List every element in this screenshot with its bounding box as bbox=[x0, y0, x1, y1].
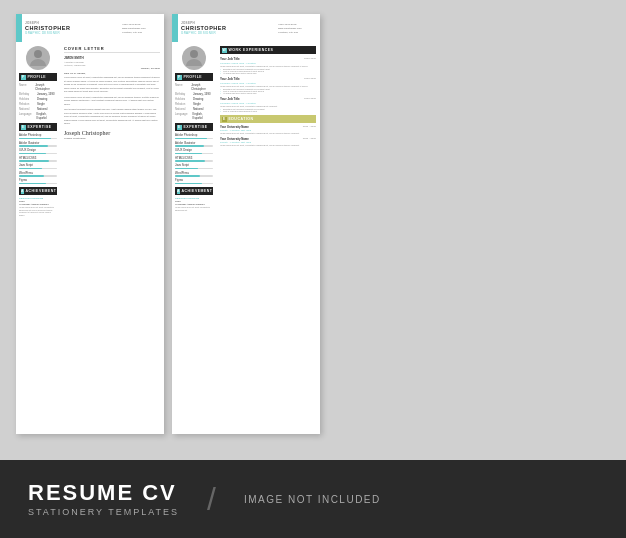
card2-expertise-bar: E EXPERTISE bbox=[175, 123, 213, 131]
profile-bar-letter: P bbox=[21, 75, 26, 80]
edu-item-2: Your University Name 2020 - 2025 Faculty… bbox=[220, 137, 316, 147]
cover-greeting: Dear Sir or Madam, bbox=[64, 72, 160, 75]
card2-header-info: JOSEPH CHRISTOPHER GRAPHIC DESIGNER bbox=[178, 14, 276, 42]
card1-expertise-bar: E EXPERTISE bbox=[19, 123, 57, 131]
bottom-title-block: RESUME CV STATIONERY TEMPLATES bbox=[28, 482, 179, 517]
cover-date: January, 20-2025 bbox=[64, 67, 160, 70]
work-item-3: Your Job Title 2020-2025 Company Name He… bbox=[220, 97, 316, 112]
card2-role: GRAPHIC DESIGNER bbox=[181, 31, 273, 35]
bottom-note: IMAGE NOT INCLUDED bbox=[244, 494, 381, 505]
svg-point-0 bbox=[34, 50, 42, 58]
work-item-2: Your Job Title 2020-2025 Company Name He… bbox=[220, 77, 316, 94]
card1-header: JOSEPH CHRISTOPHER GRAPHIC DESIGNER +000… bbox=[16, 14, 164, 42]
card1-location: Location, City 228 bbox=[122, 31, 162, 34]
card1-header-info: JOSEPH CHRISTOPHER GRAPHIC DESIGNER bbox=[22, 14, 120, 42]
card1-expertise-items: Adobe Photoshop Adobe Illustrator UI/UX … bbox=[19, 133, 57, 184]
work-item-1: Your Job Title 2020-2025 Company Name He… bbox=[220, 57, 316, 74]
card1-profile-bar: P PROFILE bbox=[19, 73, 57, 81]
card1-photo bbox=[26, 46, 50, 70]
work-exp-bar: W WORK EXPERIENCES bbox=[220, 46, 316, 54]
resume-card-1: JOSEPH CHRISTOPHER GRAPHIC DESIGNER +000… bbox=[16, 14, 164, 434]
edu-item-1: Your University Name 2020 - 2025 Faculty… bbox=[220, 125, 316, 135]
card2-header: JOSEPH CHRISTOPHER GRAPHIC DESIGNER +000… bbox=[172, 14, 320, 42]
cover-para-3: Nec tincidunt praesent semper feugiat ni… bbox=[64, 108, 160, 126]
card2-profile-bar: P PROFILE bbox=[175, 73, 213, 81]
card1-contacts: +000-1234-5678 www.christopher.com Locat… bbox=[120, 14, 164, 42]
expertise-bar-letter: E bbox=[21, 125, 26, 130]
person-icon-2 bbox=[182, 46, 206, 70]
person-icon bbox=[26, 46, 50, 70]
card2-photo bbox=[182, 46, 206, 70]
bottom-divider: / bbox=[207, 481, 216, 518]
cover-from-name: JIMON SMITH bbox=[64, 56, 160, 60]
card1-achievement-bar: A ACHIEVEMENT bbox=[19, 187, 57, 195]
signature-area: Joseph Christopher Joseph Christopher bbox=[64, 130, 160, 140]
edu-bar: E EDUCATION bbox=[220, 115, 316, 123]
card2-main: W WORK EXPERIENCES Your Job Title 2020-2… bbox=[216, 42, 320, 434]
card2-contacts: +000-1234-5678 www.christopher.com Locat… bbox=[276, 14, 320, 42]
cards-wrapper: JOSEPH CHRISTOPHER GRAPHIC DESIGNER +000… bbox=[16, 14, 320, 450]
card2-website: www.christopher.com bbox=[278, 27, 318, 30]
card2-profile-fields: NameJoseph Christopher BirthdayJanuary, … bbox=[175, 83, 213, 120]
card1-body: P PROFILE NameJoseph Christopher Birthda… bbox=[16, 42, 164, 434]
bottom-subtitle: STATIONERY TEMPLATES bbox=[28, 507, 179, 517]
card2-achievement-bar: A ACHIEVEMENT bbox=[175, 187, 213, 195]
main-area: JOSEPH CHRISTOPHER GRAPHIC DESIGNER +000… bbox=[0, 0, 626, 460]
bottom-title: RESUME CV bbox=[28, 482, 179, 504]
card1-profile-fields: NameJoseph Christopher BirthdayJanuary, … bbox=[19, 83, 57, 120]
card1-phone: +000-1234-5678 bbox=[122, 23, 162, 26]
card2-achievements: California Corporate 2020 UI Design Awar… bbox=[175, 197, 213, 211]
card1-cover-letter: COVER LETTER JIMON SMITH Assistan Manage… bbox=[60, 42, 164, 434]
card2-body: P PROFILE NameJoseph Christopher Birthda… bbox=[172, 42, 320, 434]
achievement-bar-letter: A bbox=[21, 189, 24, 194]
cover-para-1: Lorem ipsum dolor sit amet, consectetur … bbox=[64, 76, 160, 94]
svg-point-1 bbox=[190, 50, 198, 58]
card2-phone: +000-1234-5678 bbox=[278, 23, 318, 26]
card1-sidebar: P PROFILE NameJoseph Christopher Birthda… bbox=[16, 42, 60, 434]
cover-para-2: Lorem ipsum dolor sit amet, consectetur … bbox=[64, 96, 160, 107]
signature-name: Joseph Christopher bbox=[64, 137, 160, 140]
bottom-bar: RESUME CV STATIONERY TEMPLATES / IMAGE N… bbox=[0, 460, 626, 538]
cover-title: COVER LETTER bbox=[64, 46, 160, 53]
resume-card-2: JOSEPH CHRISTOPHER GRAPHIC DESIGNER +000… bbox=[172, 14, 320, 434]
signature-text: Joseph Christopher bbox=[64, 130, 160, 136]
card1-role: GRAPHIC DESIGNER bbox=[25, 31, 117, 35]
card2-location: Location, City 228 bbox=[278, 31, 318, 34]
card1-achievements: California Corporate 2020 UI Design Awar… bbox=[19, 197, 57, 216]
card2-sidebar: P PROFILE NameJoseph Christopher Birthda… bbox=[172, 42, 216, 434]
card1-website: www.christopher.com bbox=[122, 27, 162, 30]
card2-expertise-items: Adobe Photoshop Adobe Illustrator UI/UX … bbox=[175, 133, 213, 184]
